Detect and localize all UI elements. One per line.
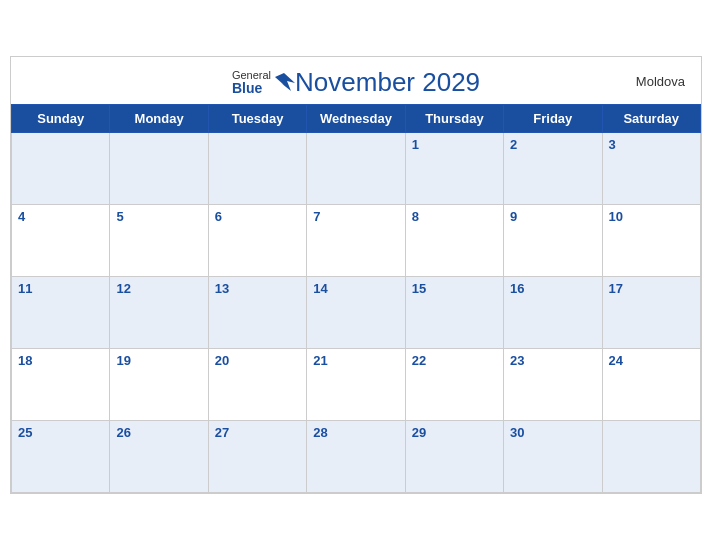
calendar-week-row: 18192021222324 <box>12 349 701 421</box>
weekday-header-thursday: Thursday <box>405 105 503 133</box>
day-number: 11 <box>18 281 32 296</box>
day-number: 14 <box>313 281 327 296</box>
logo-blue-text: Blue <box>232 81 271 96</box>
day-number: 3 <box>609 137 616 152</box>
calendar-day: 28 <box>307 421 405 493</box>
weekday-header-friday: Friday <box>504 105 602 133</box>
logo-bird-icon <box>273 71 295 93</box>
calendar-container: General Blue November 2029 Moldova Sunda… <box>10 56 702 494</box>
day-number: 12 <box>116 281 130 296</box>
day-number: 29 <box>412 425 426 440</box>
day-number: 7 <box>313 209 320 224</box>
calendar-day: 5 <box>110 205 208 277</box>
weekday-header-saturday: Saturday <box>602 105 700 133</box>
calendar-header: General Blue November 2029 Moldova <box>11 57 701 104</box>
calendar-day <box>110 133 208 205</box>
calendar-day: 27 <box>208 421 306 493</box>
calendar-day <box>307 133 405 205</box>
calendar-day: 30 <box>504 421 602 493</box>
logo-text: General Blue <box>232 69 271 96</box>
calendar-day: 18 <box>12 349 110 421</box>
calendar-day: 8 <box>405 205 503 277</box>
day-number: 21 <box>313 353 327 368</box>
calendar-day: 11 <box>12 277 110 349</box>
calendar-day: 26 <box>110 421 208 493</box>
day-number: 28 <box>313 425 327 440</box>
calendar-day: 17 <box>602 277 700 349</box>
day-number: 13 <box>215 281 229 296</box>
calendar-week-row: 11121314151617 <box>12 277 701 349</box>
calendar-day: 14 <box>307 277 405 349</box>
day-number: 27 <box>215 425 229 440</box>
calendar-day: 16 <box>504 277 602 349</box>
weekday-header-sunday: Sunday <box>12 105 110 133</box>
weekday-header-row: SundayMondayTuesdayWednesdayThursdayFrid… <box>12 105 701 133</box>
calendar-day: 13 <box>208 277 306 349</box>
calendar-day: 29 <box>405 421 503 493</box>
calendar-week-row: 252627282930 <box>12 421 701 493</box>
calendar-day: 9 <box>504 205 602 277</box>
weekday-header-wednesday: Wednesday <box>307 105 405 133</box>
calendar-day: 6 <box>208 205 306 277</box>
calendar-day: 7 <box>307 205 405 277</box>
calendar-day: 2 <box>504 133 602 205</box>
calendar-table: SundayMondayTuesdayWednesdayThursdayFrid… <box>11 104 701 493</box>
calendar-day: 12 <box>110 277 208 349</box>
day-number: 26 <box>116 425 130 440</box>
day-number: 17 <box>609 281 623 296</box>
day-number: 24 <box>609 353 623 368</box>
svg-marker-0 <box>275 73 295 91</box>
calendar-day: 25 <box>12 421 110 493</box>
day-number: 23 <box>510 353 524 368</box>
calendar-day <box>12 133 110 205</box>
calendar-day <box>602 421 700 493</box>
day-number: 20 <box>215 353 229 368</box>
day-number: 18 <box>18 353 32 368</box>
calendar-day: 22 <box>405 349 503 421</box>
day-number: 8 <box>412 209 419 224</box>
day-number: 15 <box>412 281 426 296</box>
day-number: 4 <box>18 209 25 224</box>
day-number: 10 <box>609 209 623 224</box>
calendar-title: November 2029 <box>295 67 480 98</box>
weekday-header-monday: Monday <box>110 105 208 133</box>
day-number: 2 <box>510 137 517 152</box>
country-label: Moldova <box>636 73 685 88</box>
weekday-header-tuesday: Tuesday <box>208 105 306 133</box>
calendar-day: 15 <box>405 277 503 349</box>
day-number: 30 <box>510 425 524 440</box>
day-number: 16 <box>510 281 524 296</box>
calendar-day: 10 <box>602 205 700 277</box>
calendar-day: 20 <box>208 349 306 421</box>
day-number: 19 <box>116 353 130 368</box>
day-number: 5 <box>116 209 123 224</box>
day-number: 22 <box>412 353 426 368</box>
calendar-day: 21 <box>307 349 405 421</box>
calendar-day: 3 <box>602 133 700 205</box>
calendar-day: 23 <box>504 349 602 421</box>
calendar-day: 4 <box>12 205 110 277</box>
calendar-day: 1 <box>405 133 503 205</box>
logo: General Blue <box>232 69 295 96</box>
day-number: 25 <box>18 425 32 440</box>
calendar-day: 24 <box>602 349 700 421</box>
day-number: 9 <box>510 209 517 224</box>
day-number: 6 <box>215 209 222 224</box>
calendar-week-row: 123 <box>12 133 701 205</box>
calendar-week-row: 45678910 <box>12 205 701 277</box>
day-number: 1 <box>412 137 419 152</box>
calendar-day: 19 <box>110 349 208 421</box>
calendar-day <box>208 133 306 205</box>
